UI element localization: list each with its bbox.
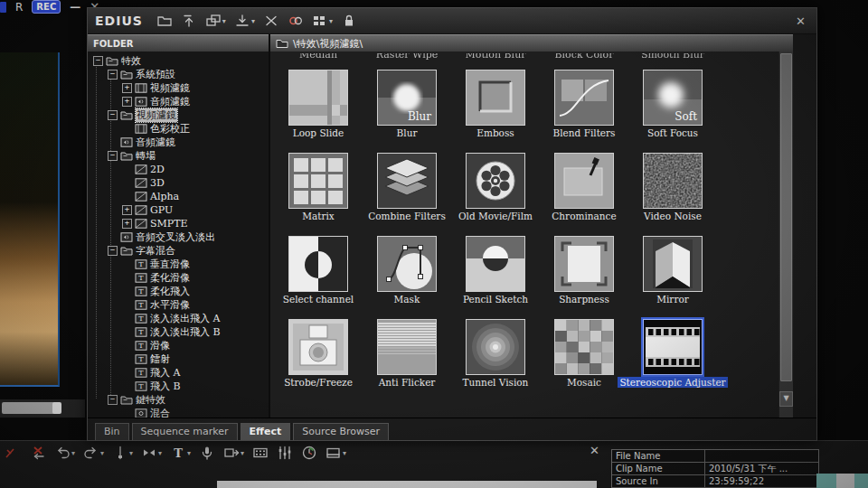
scrollbar-thumb[interactable] [780, 53, 792, 381]
tree-item-2D[interactable]: 2D [91, 163, 269, 176]
chevron-down-icon[interactable]: ▾ [129, 449, 133, 457]
tree-item-label[interactable]: 轉場 [136, 149, 156, 163]
tree-item-label[interactable]: 音頻濾鏡 [136, 136, 175, 149]
expand-icon[interactable]: + [122, 219, 132, 229]
expand-icon[interactable]: + [122, 83, 132, 93]
title-icon[interactable]: T▾ [170, 446, 191, 460]
tree-item-飛入 A[interactable]: T飛入 A [91, 366, 269, 380]
collapse-icon[interactable]: − [108, 70, 118, 80]
tree-item-混合[interactable]: 混合 [91, 407, 269, 418]
redo-icon[interactable]: ▾ [83, 446, 104, 460]
chevron-down-icon[interactable]: ▾ [100, 449, 104, 457]
tree-item-3D[interactable]: 3D [91, 176, 269, 190]
collapse-icon[interactable]: − [108, 246, 118, 256]
effect-label[interactable]: Chrominance [552, 211, 616, 221]
scrollbar-cap[interactable] [52, 402, 61, 414]
emboss-thumbnail-icon[interactable] [466, 70, 525, 126]
effect-item-Emboss[interactable]: Emboss [451, 70, 540, 138]
tree-item-label[interactable]: 水平滑像 [150, 298, 190, 312]
effect-item-Select channel[interactable]: Select channel [274, 236, 363, 305]
export-icon[interactable]: ▾ [223, 446, 244, 460]
tunnel-vision-thumbnail-icon[interactable] [466, 319, 525, 375]
chevron-down-icon[interactable]: ▾ [222, 17, 226, 25]
strobe-freeze-thumbnail-icon[interactable] [288, 319, 348, 375]
tree-item-label[interactable]: 特效 [121, 54, 141, 68]
effect-label[interactable]: Mask [394, 294, 420, 305]
tree-item-label[interactable]: 系統預設 [136, 68, 175, 81]
scroll-down-button[interactable]: ▼ [779, 391, 793, 407]
collapse-icon[interactable]: − [108, 395, 118, 405]
tree-item-label[interactable]: 飛入 B [150, 380, 181, 393]
tree-item-視頻濾鏡[interactable]: −視頻濾鏡 [91, 108, 269, 122]
chevron-down-icon[interactable]: ▾ [329, 17, 333, 25]
effect-item-Mosaic[interactable]: Mosaic [540, 319, 628, 388]
undo-icon[interactable]: ▾ [54, 446, 75, 460]
stereoscopic-thumbnail-icon[interactable] [643, 319, 703, 375]
tree-item-label[interactable]: 柔化滑像 [150, 271, 190, 285]
tree-item-特效[interactable]: −特效 [91, 54, 269, 68]
effect-label[interactable]: Strobe/Freeze [284, 377, 353, 388]
chevron-down-icon[interactable]: ▾ [241, 449, 244, 457]
tree-item-label[interactable]: 鍵特效 [136, 393, 165, 407]
delete-red-arrow-icon[interactable] [30, 446, 46, 460]
chevron-down-icon[interactable]: ▾ [158, 449, 162, 457]
effect-item-Strobe/Freeze[interactable]: Strobe/Freeze [274, 319, 363, 388]
tree-item-label[interactable]: 音頻交叉淡入淡出 [136, 230, 215, 244]
effect-label[interactable]: Soft Focus [647, 127, 698, 138]
effect-item-Pencil Sketch[interactable]: Pencil Sketch [451, 236, 540, 305]
audio-mixer-icon[interactable] [277, 446, 293, 460]
sharpness-thumbnail-icon[interactable] [554, 236, 614, 292]
tree-item-飛入 B[interactable]: T飛入 B [91, 380, 269, 393]
mirror-thumbnail-icon[interactable] [643, 236, 703, 292]
tree-item-淡入淡出飛入 B[interactable]: T淡入淡出飛入 B [91, 325, 269, 339]
tab-source-browser[interactable]: Source Browser [293, 423, 389, 440]
effect-label[interactable]: Matrix [302, 211, 335, 221]
collapse-icon[interactable]: − [93, 56, 103, 66]
chrominance-thumbnail-icon[interactable] [554, 153, 614, 209]
tab-bin[interactable]: Bin [95, 423, 129, 440]
chevron-down-icon[interactable]: ▾ [251, 17, 255, 25]
tree-item-label[interactable]: SMPTE [150, 218, 188, 230]
tree-item-音頻濾鏡[interactable]: 音頻濾鏡 [91, 136, 269, 149]
effect-item-Loop Slide[interactable]: Loop Slide [274, 70, 363, 138]
blend-filters-thumbnail-icon[interactable] [554, 70, 614, 126]
tree-item-滑像[interactable]: T滑像 [91, 339, 269, 352]
matrix-thumbnail-icon[interactable] [288, 153, 348, 209]
effect-label[interactable]: Pencil Sketch [463, 294, 528, 305]
chevron-down-icon[interactable]: ▾ [187, 449, 191, 457]
effect-item-Mask[interactable]: Mask [363, 236, 451, 305]
add-cut-point-icon[interactable]: ▾ [112, 446, 133, 460]
collapse-icon[interactable]: − [108, 151, 118, 161]
chevron-down-icon[interactable]: ▾ [343, 449, 346, 457]
tree-item-淡入淡出飛入 A[interactable]: T淡入淡出飛入 A [91, 312, 269, 325]
horizontal-scrollbar-fragment[interactable] [0, 399, 85, 418]
pencil-sketch-thumbnail-icon[interactable] [466, 236, 525, 292]
tree-item-label[interactable]: 字幕混合 [136, 244, 175, 258]
tree-item-label[interactable]: 淡入淡出飛入 B [150, 325, 221, 339]
expand-icon[interactable]: + [122, 97, 132, 107]
tree-item-柔化飛入[interactable]: T柔化飛入 [91, 285, 269, 298]
effect-item-Old Movie/Film[interactable]: Old Movie/Film [451, 153, 540, 221]
tree-item-字幕混合[interactable]: −字幕混合 [91, 244, 269, 258]
effect-item-Soft Focus[interactable]: SoftSoft Focus [628, 70, 717, 138]
combine-filters-thumbnail-icon[interactable] [377, 153, 437, 209]
effect-label[interactable]: Anti Flicker [379, 377, 436, 388]
effect-label[interactable]: Old Movie/Film [458, 211, 533, 221]
soft-focus-thumbnail-icon[interactable]: Soft [643, 70, 703, 126]
open-folder-icon[interactable] [156, 14, 173, 28]
select-channel-thumbnail-icon[interactable] [288, 236, 348, 292]
tab-effect[interactable]: Effect [241, 423, 291, 440]
ripple-delete-icon[interactable]: ▾ [141, 446, 162, 460]
effect-item-Blend Filters[interactable]: Blend Filters [540, 70, 628, 138]
tree-item-label[interactable]: 鐳射 [150, 352, 170, 366]
effect-item-Chrominance[interactable]: Chrominance [540, 153, 628, 221]
trim-red-icon[interactable] [5, 446, 22, 460]
tree-item-label[interactable]: 垂直滑像 [150, 258, 190, 271]
tree-item-鐳射[interactable]: T鐳射 [91, 352, 269, 366]
old-movie-thumbnail-icon[interactable] [466, 153, 525, 209]
tree-item-label[interactable]: 視頻濾鏡 [136, 108, 177, 122]
tree-item-label[interactable]: 3D [150, 177, 165, 189]
minimize-button[interactable]: — [70, 1, 80, 14]
effect-label[interactable]: Blur [397, 127, 418, 138]
tree-item-轉場[interactable]: −轉場 [91, 149, 269, 163]
